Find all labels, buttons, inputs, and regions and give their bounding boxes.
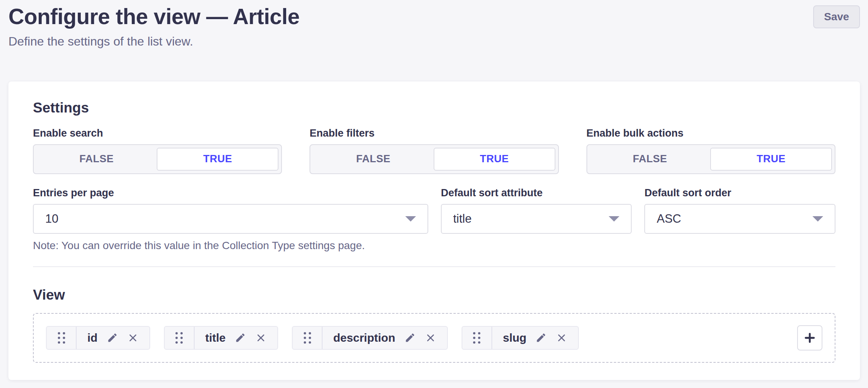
entries-per-page-label: Entries per page — [33, 187, 428, 199]
enable-search-true-option[interactable]: TRUE — [157, 148, 278, 171]
default-sort-attribute-select[interactable]: title — [441, 204, 632, 234]
entries-per-page-note: Note: You can override this value in the… — [33, 240, 428, 252]
remove-field-button[interactable] — [556, 332, 567, 344]
enable-bulk-actions-toggle: FALSE TRUE — [586, 144, 835, 174]
page-subtitle: Define the settings of the list view. — [8, 34, 300, 49]
remove-field-button[interactable] — [127, 332, 139, 344]
field-chip-label: id — [87, 331, 98, 344]
entries-per-page-select[interactable]: 10 — [33, 204, 428, 234]
edit-field-button[interactable] — [235, 332, 246, 343]
page-title: Configure the view — Article — [8, 5, 300, 29]
enable-filters-false-option[interactable]: FALSE — [313, 148, 433, 171]
settings-heading: Settings — [33, 100, 835, 116]
remove-field-button[interactable] — [425, 332, 436, 344]
pencil-icon — [536, 332, 547, 343]
edit-field-button[interactable] — [536, 332, 547, 343]
enable-filters-label: Enable filters — [310, 127, 558, 139]
enable-bulk-actions-label: Enable bulk actions — [586, 127, 835, 139]
default-sort-order-value: ASC — [657, 212, 681, 226]
section-divider — [33, 266, 835, 267]
drag-handle-icon[interactable] — [47, 327, 77, 349]
header-text: Configure the view — Article Define the … — [8, 5, 300, 49]
remove-field-button[interactable] — [255, 332, 267, 344]
pencil-icon — [107, 332, 118, 343]
enable-search-toggle: FALSE TRUE — [33, 144, 282, 174]
configuration-card: Settings Enable search FALSE TRUE Enable… — [8, 82, 860, 380]
enable-filters-true-option[interactable]: TRUE — [434, 148, 555, 171]
default-sort-order-select[interactable]: ASC — [644, 204, 835, 234]
view-heading: View — [33, 287, 835, 303]
default-sort-order-label: Default sort order — [644, 187, 835, 199]
default-sort-attribute-label: Default sort attribute — [441, 187, 632, 199]
field-chip-label: slug — [503, 331, 527, 344]
pencil-icon — [235, 332, 246, 343]
enable-search-field: Enable search FALSE TRUE — [33, 127, 282, 174]
chevron-down-icon — [812, 216, 823, 222]
field-chip-label: title — [205, 331, 226, 344]
close-icon — [127, 332, 139, 344]
field-chip-description[interactable]: description — [292, 326, 448, 350]
enable-bulk-actions-false-option[interactable]: FALSE — [590, 148, 710, 171]
entries-per-page-value: 10 — [45, 212, 58, 226]
add-field-button[interactable] — [797, 325, 822, 351]
selects-row: Entries per page 10 Note: You can overri… — [33, 187, 835, 252]
edit-field-button[interactable] — [405, 332, 416, 343]
chevron-down-icon — [405, 216, 416, 222]
enable-filters-field: Enable filters FALSE TRUE — [310, 127, 558, 174]
enable-filters-toggle: FALSE TRUE — [310, 144, 558, 174]
enable-search-false-option[interactable]: FALSE — [36, 148, 157, 171]
page-header: Configure the view — Article Define the … — [0, 0, 868, 49]
field-chip-label: description — [333, 331, 395, 344]
pencil-icon — [405, 332, 416, 343]
field-chip-id[interactable]: id — [46, 326, 150, 350]
field-chip-slug[interactable]: slug — [462, 326, 579, 350]
chevron-down-icon — [609, 216, 619, 222]
default-sort-attribute-field: Default sort attribute title — [441, 187, 632, 252]
displayed-fields-dropzone: id title — [33, 313, 835, 363]
drag-handle-icon[interactable] — [165, 327, 195, 349]
field-chip-title[interactable]: title — [164, 326, 278, 350]
edit-field-button[interactable] — [107, 332, 118, 343]
drag-handle-icon[interactable] — [293, 327, 323, 349]
toggles-row: Enable search FALSE TRUE Enable filters … — [33, 127, 835, 174]
default-sort-attribute-value: title — [453, 212, 472, 226]
close-icon — [255, 332, 267, 344]
close-icon — [425, 332, 436, 344]
plus-icon — [804, 332, 816, 344]
enable-bulk-actions-field: Enable bulk actions FALSE TRUE — [586, 127, 835, 174]
close-icon — [556, 332, 567, 344]
default-sort-order-field: Default sort order ASC — [644, 187, 835, 252]
save-button[interactable]: Save — [813, 5, 860, 28]
enable-bulk-actions-true-option[interactable]: TRUE — [710, 148, 832, 171]
entries-per-page-field: Entries per page 10 Note: You can overri… — [33, 187, 428, 252]
drag-handle-icon[interactable] — [462, 327, 492, 349]
enable-search-label: Enable search — [33, 127, 282, 139]
